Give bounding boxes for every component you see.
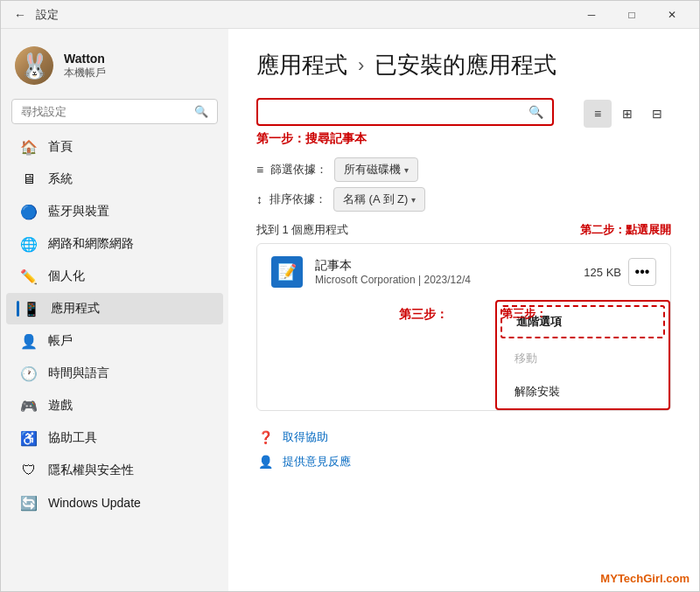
step3-annotation-label: 第三步： [501, 306, 547, 322]
app-search-input[interactable]: 記事本 [267, 105, 523, 119]
app-date: 2023/12/4 [424, 274, 471, 286]
search-row: 記事本 🔍 ≡ ⊞ ⊟ [256, 98, 671, 129]
result-row: 找到 1 個應用程式 第二步：點選展開 [256, 222, 671, 238]
dropdown-area: 第三步： 進階選項 移動 解除安裝 [257, 300, 670, 410]
app-card-notepad: 📝 記事本 Microsoft Corporation | 2023/12/4 … [256, 243, 671, 411]
sidebar-item-system[interactable]: 🖥 系統 [6, 164, 223, 195]
sidebar-item-label: 藍牙與裝置 [48, 204, 109, 219]
feedback-label: 提供意見反應 [283, 454, 351, 470]
active-indicator [17, 301, 19, 317]
help-label: 取得協助 [283, 429, 328, 445]
settings-search-box[interactable]: 🔍 [11, 99, 218, 124]
breadcrumb-separator: › [358, 54, 364, 77]
back-button[interactable]: ← [8, 3, 32, 27]
user-info: Watton 本機帳戶 [64, 52, 106, 80]
app-card-right: 125 KB ••• [584, 258, 656, 286]
settings-search-input[interactable] [21, 105, 189, 118]
app-name: 記事本 [315, 258, 571, 274]
sidebar-item-bluetooth[interactable]: 🔵 藍牙與裝置 [6, 196, 223, 227]
settings-window: ← 設定 ─ □ ✕ Watton 本機帳戶 🔍 [0, 0, 700, 592]
step2-label: 第二步：點選展開 [580, 222, 671, 238]
accessibility-icon: ♿ [20, 429, 38, 447]
window-controls: ─ □ ✕ [571, 1, 692, 29]
sort-value: 名稱 (A 到 Z) [343, 192, 408, 207]
user-subtitle: 本機帳戶 [64, 66, 106, 80]
close-button[interactable]: ✕ [652, 1, 692, 29]
filter-row: ≡ 篩選依據： 所有磁碟機 ▾ [256, 157, 671, 182]
network-icon: 🌐 [20, 235, 38, 253]
sidebar-item-personalize[interactable]: ✏️ 個人化 [6, 261, 223, 292]
filter-value: 所有磁碟機 [344, 162, 401, 178]
watermark-suffix: TechGirl.com [618, 572, 690, 585]
nav-list: 🏠 首頁 🖥 系統 🔵 藍牙與裝置 🌐 網路和網際網路 ✏️ 個人化 [1, 131, 228, 486]
watermark: MYTechGirl.com [600, 572, 690, 585]
grid-view-button[interactable]: ⊞ [613, 100, 641, 128]
feedback-icon: 👤 [256, 453, 274, 470]
step1-label: 第一步：搜尋記事本 [256, 131, 671, 147]
privacy-icon: 🛡 [20, 462, 38, 479]
filter-icon: ≡ [256, 163, 263, 177]
page-title: 應用程式 › 已安裝的應用程式 [256, 50, 671, 80]
sidebar-item-label: 遊戲 [48, 398, 73, 414]
sidebar-item-windows-update[interactable]: 🔄 Windows Update [6, 487, 223, 519]
personalize-icon: ✏️ [20, 268, 38, 285]
sidebar-item-label: 系統 [48, 171, 73, 187]
sort-icon: ↕ [256, 192, 262, 206]
help-icon: ❓ [256, 428, 274, 446]
gaming-icon: 🎮 [20, 397, 38, 414]
help-link[interactable]: ❓ 取得協助 [256, 428, 671, 446]
dropdown-item-move[interactable]: 移動 [497, 342, 668, 375]
sidebar-item-accessibility[interactable]: ♿ 協助工具 [6, 422, 223, 454]
time-icon: 🕐 [20, 365, 38, 382]
sidebar-item-label: 隱私權與安全性 [48, 463, 134, 478]
search-icon: 🔍 [194, 105, 208, 118]
content-area: 應用程式 › 已安裝的應用程式 記事本 🔍 ≡ ⊞ ⊟ 第一步：搜尋記事本 [228, 29, 699, 591]
system-icon: 🖥 [20, 171, 38, 188]
sort-row: ↕ 排序依據： 名稱 (A 到 Z) ▾ [256, 187, 671, 212]
list-view-button[interactable]: ≡ [584, 100, 612, 128]
watermark-accent: Y [610, 572, 618, 585]
filter-select[interactable]: 所有磁碟機 ▾ [334, 157, 418, 182]
filter-chevron-icon: ▾ [404, 165, 409, 175]
app-search-box[interactable]: 記事本 🔍 [256, 98, 554, 126]
app-publisher: Microsoft Corporation [315, 274, 416, 286]
sidebar-item-label: 首頁 [48, 139, 73, 155]
sidebar-item-home[interactable]: 🏠 首頁 [6, 131, 223, 163]
sidebar: Watton 本機帳戶 🔍 🏠 首頁 🖥 系統 [1, 29, 228, 591]
sidebar-item-privacy[interactable]: 🛡 隱私權與安全性 [6, 455, 223, 486]
user-name: Watton [64, 52, 106, 66]
sidebar-item-label: 帳戶 [48, 333, 73, 349]
sidebar-item-accounts[interactable]: 👤 帳戶 [6, 325, 223, 357]
filter-label: 篩選依據： [270, 162, 327, 178]
sort-select[interactable]: 名稱 (A 到 Z) ▾ [333, 187, 425, 212]
watermark-prefix: M [600, 572, 610, 585]
user-profile[interactable]: Watton 本機帳戶 [1, 36, 228, 95]
sidebar-item-label: 網路和網際網路 [48, 236, 134, 252]
sort-chevron-icon: ▾ [411, 195, 416, 205]
windows-update-label: Windows Update [48, 496, 141, 510]
sidebar-item-network[interactable]: 🌐 網路和網際網路 [6, 228, 223, 260]
windows-update-icon: 🔄 [20, 494, 38, 512]
sidebar-item-apps[interactable]: 📱 應用程式 [6, 293, 223, 324]
sidebar-item-time[interactable]: 🕐 時間與語言 [6, 358, 223, 389]
app-search-icon: 🔍 [528, 105, 543, 119]
sidebar-item-label: 時間與語言 [48, 366, 109, 381]
dropdown-item-uninstall[interactable]: 解除安裝 [497, 375, 668, 408]
window-title: 設定 [36, 7, 59, 23]
app-menu-button[interactable]: ••• [628, 258, 656, 286]
app-size: 125 KB [584, 266, 621, 279]
sidebar-item-gaming[interactable]: 🎮 遊戲 [6, 390, 223, 421]
sidebar-item-label: 應用程式 [51, 301, 100, 317]
breadcrumb-apps: 應用程式 [256, 50, 347, 80]
home-icon: 🏠 [20, 138, 38, 156]
feedback-link[interactable]: 👤 提供意見反應 [256, 453, 671, 470]
avatar-image [15, 46, 53, 85]
result-count: 找到 1 個應用程式 [256, 222, 348, 238]
sidebar-item-label: 個人化 [48, 268, 85, 284]
compact-view-button[interactable]: ⊟ [643, 100, 671, 128]
titlebar: ← 設定 ─ □ ✕ [1, 1, 699, 29]
bluetooth-icon: 🔵 [20, 203, 38, 220]
minimize-button[interactable]: ─ [571, 1, 612, 29]
sidebar-item-label: 協助工具 [48, 430, 97, 446]
maximize-button[interactable]: □ [612, 1, 652, 29]
